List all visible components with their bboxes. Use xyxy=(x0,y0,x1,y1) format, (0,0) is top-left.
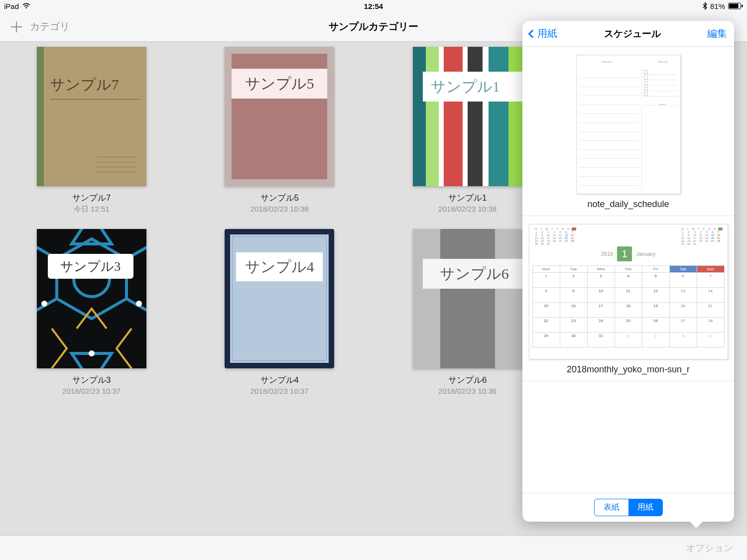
template-name: 2018monthly_yoko_mon-sun_r xyxy=(527,364,729,375)
svg-point-5 xyxy=(136,301,142,307)
add-icon[interactable] xyxy=(10,20,23,33)
notebook-item[interactable]: サンプル5 サンプル5 2018/02/23 10:38 xyxy=(211,47,349,214)
battery-icon xyxy=(728,2,743,9)
notebook-item[interactable]: サンプル3 サンプル3 2018/02/23 10:37 xyxy=(22,229,161,395)
svg-point-4 xyxy=(41,301,47,307)
notebook-date: 2018/02/23 10:38 xyxy=(250,205,309,213)
bottom-bar: オプション xyxy=(0,535,747,560)
popover-footer: 表紙 用紙 xyxy=(522,493,734,522)
template-thumbnail: Schedule ToDo List Memo xyxy=(576,55,681,194)
notebook-item[interactable]: サンプル4 サンプル4 2018/02/23 10:37 xyxy=(211,229,349,395)
chevron-left-icon xyxy=(528,29,537,38)
cover-title-text: サンプル7 xyxy=(50,75,140,100)
segment-cover[interactable]: 表紙 xyxy=(595,499,628,516)
notebook-cover: サンプル3 xyxy=(37,229,146,368)
template-popover: 用紙 スケジュール 編集 Schedule ToDo List Memo not… xyxy=(522,21,734,522)
category-button[interactable]: カテゴリ xyxy=(30,20,70,33)
svg-rect-1 xyxy=(729,4,739,8)
cover-title-text: サンプル3 xyxy=(48,254,133,279)
notebook-title: サンプル1 xyxy=(448,192,487,204)
template-item[interactable]: Schedule ToDo List Memo note_daily_sched… xyxy=(522,47,734,216)
device-label: iPad xyxy=(4,2,19,10)
popover-body[interactable]: Schedule ToDo List Memo note_daily_sched… xyxy=(522,47,734,493)
popover-back-label: 用紙 xyxy=(537,27,557,40)
segmented-control: 表紙 用紙 xyxy=(594,499,663,516)
popover-title: スケジュール xyxy=(604,27,661,40)
notebook-cover: サンプル5 xyxy=(225,47,334,186)
template-name: note_daily_schedule xyxy=(527,199,729,210)
status-time: 12:54 xyxy=(364,2,383,10)
cover-title-text: サンプル6 xyxy=(423,259,522,289)
notebook-date: 2018/02/23 10:37 xyxy=(250,387,309,395)
status-bar: iPad 12:54 81% xyxy=(0,0,747,12)
notebook-title: サンプル6 xyxy=(448,374,487,386)
battery-percent: 81% xyxy=(710,2,725,10)
cover-title-text: サンプル1 xyxy=(423,72,522,102)
notebook-cover: サンプル6 xyxy=(413,229,522,368)
template-thumbnail: MTWTFSS121234567891011121314151617181920… xyxy=(529,224,728,359)
template-item[interactable]: MTWTFSS121234567891011121314151617181920… xyxy=(522,216,734,381)
notebook-item[interactable]: サンプル6 サンプル6 2018/02/23 10:36 xyxy=(398,229,537,395)
notebook-date: 2018/02/23 10:38 xyxy=(438,205,497,213)
notebook-title: サンプル5 xyxy=(260,192,299,204)
svg-rect-2 xyxy=(742,5,743,7)
popover-back-button[interactable]: 用紙 xyxy=(529,27,557,40)
notebook-cover: サンプル4 xyxy=(225,229,334,368)
bluetooth-icon xyxy=(703,2,707,10)
segment-paper[interactable]: 用紙 xyxy=(628,499,662,516)
page-title: サンプルカテゴリー xyxy=(329,20,418,33)
notebook-item[interactable]: サンプル1 サンプル1 2018/02/23 10:38 xyxy=(398,47,537,214)
notebook-cover: サンプル7 xyxy=(37,47,146,186)
notebook-title: サンプル3 xyxy=(72,374,111,386)
popover-header: 用紙 スケジュール 編集 xyxy=(522,21,734,47)
notebook-date: 2018/02/23 10:36 xyxy=(438,387,497,395)
wifi-icon xyxy=(22,2,31,9)
svg-point-6 xyxy=(89,350,95,356)
popover-edit-button[interactable]: 編集 xyxy=(707,27,727,40)
notebook-date: 今日 12:51 xyxy=(74,205,110,214)
notebook-date: 2018/02/23 10:37 xyxy=(62,387,121,395)
notebook-title: サンプル7 xyxy=(72,192,111,204)
cover-title-text: サンプル4 xyxy=(236,252,323,281)
notebook-title: サンプル4 xyxy=(260,374,299,386)
option-button[interactable]: オプション xyxy=(686,542,733,555)
notebook-item[interactable]: サンプル7 サンプル7 今日 12:51 xyxy=(22,47,161,214)
cover-title-text: サンプル5 xyxy=(232,69,327,99)
notebook-cover: サンプル1 xyxy=(413,47,522,186)
